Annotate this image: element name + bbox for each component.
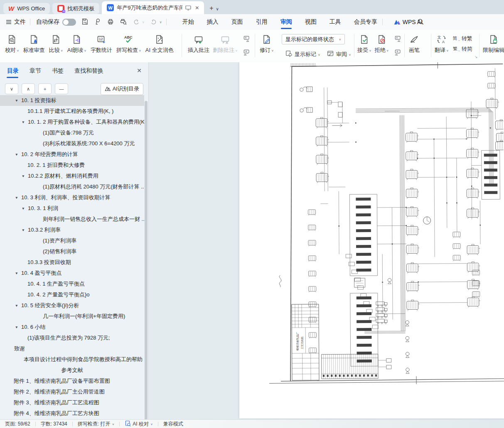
next-comment-button[interactable] — [243, 49, 251, 59]
to-simplified-button[interactable]: 繁→转简 — [453, 45, 472, 53]
collapse-arrow-icon[interactable]: ▼ — [22, 228, 25, 232]
word-count-button[interactable]: 12 字数统计 — [91, 30, 112, 54]
reject-button[interactable]: 拒绝∨ — [375, 30, 389, 54]
pane-tab-书签[interactable]: 书签 — [52, 63, 64, 79]
print-icon[interactable] — [107, 18, 114, 27]
toc-item[interactable]: ▼10.3.2 利润率 — [0, 225, 144, 235]
toc-item[interactable]: ▼10. 1 投资指标 — [0, 95, 144, 106]
prev-comment-button[interactable] — [394, 35, 402, 45]
restrict-button[interactable]: 限制编辑 — [483, 30, 504, 54]
toc-item[interactable]: 附件 4、维维济南乳品厂工艺方块图 — [0, 408, 144, 419]
toc-item[interactable]: (1)资产利润率 — [0, 235, 144, 246]
toc-item[interactable]: (1)该项目生产总投资为 7928 万元; — [0, 333, 144, 343]
toc-item[interactable]: ▼10. 3 利润、利润率、投资回收期计算 — [0, 192, 144, 203]
close-tab-icon[interactable]: ✕ — [195, 5, 199, 11]
undo-caret-icon[interactable]: ∨ — [142, 20, 145, 24]
toc-item[interactable]: ▼10.2.2 原材料、燃料消耗费用 — [0, 171, 144, 181]
toc-item[interactable]: 10. 2. 1 折旧费和大修费 — [0, 160, 144, 171]
menu-item-页面[interactable]: 页面 — [231, 15, 244, 29]
collapse-arrow-icon[interactable]: ▼ — [22, 207, 25, 210]
collapse-arrow-icon[interactable]: ▼ — [15, 99, 19, 103]
status-spell-check[interactable]: 拼写检查: 打开∨ — [73, 421, 120, 428]
collapse-arrow-icon[interactable]: ▼ — [15, 325, 19, 329]
spell-check-button[interactable]: ABC 拼写检查∨ — [116, 30, 141, 54]
menu-item-工具[interactable]: 工具 — [329, 15, 342, 29]
menu-item-视图[interactable]: 视图 — [304, 15, 317, 29]
prev-comment-button[interactable] — [243, 35, 251, 45]
menu-item-会员专享[interactable]: 会员专享 — [353, 15, 378, 29]
toc-item[interactable]: 10.3.3 投资回收期 — [0, 257, 144, 268]
toc-item[interactable]: ▼10. 3. 1 利润 — [0, 203, 144, 214]
new-tab-button[interactable]: + — [209, 5, 213, 12]
toc-item[interactable]: 则年利润一销售总收入一生产总成本一财 ... — [0, 214, 144, 225]
pane-scrollbar-thumb[interactable] — [145, 101, 148, 420]
add-comment-button[interactable]: 插入批注 — [188, 30, 209, 54]
group-expand-icon[interactable]: ↘ — [474, 55, 478, 59]
autosave-toggle[interactable] — [62, 19, 76, 26]
undo-icon[interactable] — [133, 18, 140, 27]
tab-list-caret-icon[interactable]: ∨ — [216, 7, 219, 11]
toc-item[interactable]: 致谢 — [0, 343, 144, 354]
toc-item[interactable]: 几一年利润一(年利润+年固定费用) — [0, 311, 144, 322]
search-icon[interactable] — [417, 18, 424, 27]
toc-item[interactable]: 本项目设计过程中得到食品学院教授和高工的帮助 ... — [0, 354, 144, 365]
toc-item[interactable]: 10. 4. 1 生产盈亏平衡点 — [0, 279, 144, 289]
del-comment-button[interactable]: 删除批注∨ — [213, 30, 238, 54]
tab-document[interactable]: W 年产9万吨液态奶的生产车间设计 ✕ — [102, 1, 204, 14]
status-ai-proof[interactable]: AI 校对∨ — [120, 420, 158, 428]
zoom-in-button[interactable]: ＋ — [38, 83, 52, 94]
collapse-arrow-icon[interactable]: ▼ — [15, 153, 19, 157]
collapse-arrow-icon[interactable]: ▼ — [22, 174, 25, 178]
history-caret-icon[interactable]: ∨ — [160, 20, 162, 24]
toc-item[interactable]: ▼10. 1. 2 用于购置各种设备、工具和器具的费用(K ... — [0, 117, 144, 127]
save-icon[interactable] — [81, 18, 89, 27]
to-traditional-button[interactable]: 简→转繁 — [453, 35, 472, 42]
print-preview-icon[interactable] — [120, 18, 127, 27]
ai-read-button[interactable]: AI朗读∨ — [67, 30, 86, 54]
collapse-arrow-icon[interactable]: ▼ — [15, 196, 19, 200]
menu-item-插入[interactable]: 插入 — [206, 15, 219, 29]
proof-button[interactable]: 校对∨ — [5, 30, 19, 54]
toc-item[interactable]: (3)利乐枕灌装系统:700 X 6=4200 万元 — [0, 138, 144, 149]
document-page[interactable]: 维维济南乳品厂 工艺流程图 — [239, 62, 504, 418]
toc-item[interactable]: 10. 4. 2 产量盈亏平衡点}o — [0, 289, 144, 300]
toc-item[interactable]: 附件 3、维维济南乳品厂工艺流程图 — [0, 397, 144, 408]
menu-item-开始[interactable]: 开始 — [182, 15, 195, 29]
toc-item[interactable]: ▼10. 6 小结 — [0, 322, 144, 333]
track-button[interactable]: 修订∨ — [260, 30, 274, 54]
toc-item[interactable]: 10.1.1 用于建筑工程的各项费用(K, ) — [0, 106, 144, 117]
markup-state-combobox[interactable]: 显示标记的最终状态∨ — [282, 34, 345, 44]
toc-item[interactable]: (1)国产设备:798 万元 — [0, 127, 144, 138]
toc-item[interactable]: 附件 1、维维济南乳品厂设备平面布置图 — [0, 376, 144, 386]
accept-button[interactable]: 接受∨ — [357, 30, 371, 54]
tab-docer-templates[interactable]: 找稻壳模板 — [52, 3, 99, 14]
pane-tab-目录[interactable]: 目录 — [7, 63, 19, 79]
collapse-arrow-icon[interactable]: ▼ — [15, 304, 19, 308]
collapse-button[interactable]: ∨ — [5, 83, 18, 94]
review-pane-button[interactable]: 审阅∨ — [327, 50, 351, 59]
toc-item[interactable]: ▼10. 2 年经营费用的计算 — [0, 149, 144, 160]
menu-item-审阅[interactable]: 审阅 — [280, 15, 293, 29]
std-review-button[interactable]: 标准审查 — [23, 30, 45, 54]
screen-share-icon[interactable] — [185, 5, 191, 10]
menu-item-引用[interactable]: 引用 — [255, 15, 268, 29]
show-markup-button[interactable]: 显示标记∨ — [285, 50, 320, 59]
collapse-arrow-icon[interactable]: ▼ — [15, 271, 19, 275]
file-menu[interactable]: 文件 — [6, 18, 26, 26]
translate-button[interactable]: 文A 翻译∨ — [435, 30, 449, 54]
compare-button[interactable]: 比较∨ — [49, 30, 63, 54]
toc-item[interactable]: 附件 2、维维济南乳品厂主公用管道图 — [0, 386, 144, 397]
close-pane-icon[interactable]: ✕ — [137, 67, 142, 74]
tab-wps-office[interactable]: W WPS Office — [3, 3, 50, 14]
redo-icon[interactable] — [150, 18, 157, 27]
next-comment-button[interactable] — [394, 49, 402, 59]
toc-item[interactable]: ▼10. 4 盈亏平衡点 — [0, 268, 144, 279]
ai-polish-button[interactable]: AI 全文润色 — [145, 30, 174, 54]
zoom-out-button[interactable]: — — [55, 83, 68, 94]
pen-button[interactable]: 画笔 — [409, 30, 420, 54]
pane-tab-章节[interactable]: 章节 — [29, 63, 42, 79]
pane-tab-查找和替换[interactable]: 查找和替换 — [74, 63, 104, 79]
collapse-arrow-icon[interactable]: ▼ — [22, 120, 25, 124]
toc-item[interactable]: ▼10. 5 经营安全率(}l)分析 — [0, 300, 144, 311]
ai-recognize-toc-button[interactable]: AI识别目录 — [101, 83, 143, 95]
